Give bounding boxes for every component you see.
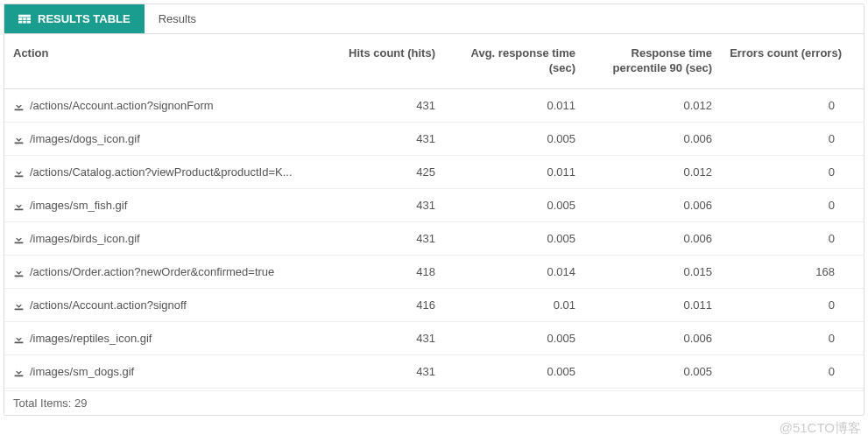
action-path: /images/sm_fish.gif [30,199,127,212]
cell-err: 168 [721,256,850,288]
download-icon[interactable] [13,299,25,311]
cell-err: 0 [721,89,850,122]
cell-hits: 431 [321,89,444,122]
table-row[interactable]: /images/sm_dogs.gif4310.0050.0050 [4,355,864,389]
cell-err: 0 [721,322,850,354]
cell-avg: 0.011 [444,89,584,122]
table-icon [18,13,31,25]
cell-action: /actions/Catalog.action?viewProduct&prod… [4,156,321,188]
cell-err: 0 [721,189,850,221]
cell-p90: 0.006 [584,189,721,221]
cell-p90: 0.015 [584,256,721,288]
cell-err: 0 [721,355,850,388]
table-row[interactable]: /images/sm_fish.gif4310.0050.0060 [4,189,864,222]
download-icon[interactable] [13,266,25,277]
results-table: Action Hits count (hits) Avg. response t… [4,34,864,415]
cell-p90: 0.012 [584,156,721,188]
cell-p90: 0.005 [584,355,721,388]
action-path: /actions/Catalog.action?viewProduct&prod… [30,165,293,179]
action-path: /actions/Order.action?newOrder&confirmed… [30,265,274,278]
action-path: /images/birds_icon.gif [30,232,140,245]
cell-err: 0 [721,156,850,188]
table-row[interactable]: /actions/Account.action?signoff4160.010.… [4,289,864,322]
total-items-label: Total Items: 29 [13,396,88,410]
cell-err: 0 [721,123,850,155]
cell-hits: 431 [321,123,444,155]
download-icon[interactable] [13,133,25,144]
cell-avg: 0.01 [444,289,584,321]
action-path: /actions/Account.action?signonForm [30,99,214,112]
table-row[interactable]: /actions/Catalog.action?viewProduct&prod… [4,156,864,189]
cell-err: 0 [721,289,850,321]
action-path: /images/dogs_icon.gif [30,132,140,145]
download-icon[interactable] [13,166,25,178]
cell-action: /images/sm_dogs.gif [4,355,321,388]
col-header-errors[interactable]: Errors count (errors) [721,34,850,88]
col-header-p90[interactable]: Response time percentile 90 (sec) [584,34,721,88]
cell-p90: 0.006 [584,322,721,354]
cell-action: /images/reptiles_icon.gif [4,322,321,354]
cell-avg: 0.005 [444,123,584,155]
cell-avg: 0.005 [444,322,584,354]
cell-avg: 0.005 [444,355,584,388]
col-header-hits[interactable]: Hits count (hits) [321,34,444,88]
table-header: Action Hits count (hits) Avg. response t… [4,34,864,89]
table-row[interactable]: /images/reptiles_icon.gif4310.0050.0060 [4,322,864,355]
download-icon[interactable] [13,366,25,377]
table-row[interactable]: /images/dogs_icon.gif4310.0050.0060 [4,123,864,156]
action-path: /images/sm_dogs.gif [30,365,134,378]
cell-p90: 0.011 [584,289,721,321]
tab-label: RESULTS TABLE [38,12,131,25]
action-path: /actions/Account.action?signoff [30,298,187,312]
download-icon[interactable] [13,233,25,244]
tab-bar: RESULTS TABLE Results [4,4,864,34]
cell-hits: 431 [321,222,444,255]
cell-action: /images/dogs_icon.gif [4,123,321,155]
cell-avg: 0.011 [444,156,584,188]
table-row[interactable]: /actions/Account.action?signonForm4310.0… [4,89,864,123]
cell-hits: 431 [321,189,444,221]
tab-results-table[interactable]: RESULTS TABLE [4,4,145,33]
table-footer: Total Items: 29 [4,390,864,415]
cell-avg: 0.014 [444,256,584,288]
cell-action: /actions/Account.action?signoff [4,289,321,321]
cell-avg: 0.005 [444,189,584,221]
download-icon[interactable] [13,100,25,111]
cell-action: /actions/Order.action?newOrder&confirmed… [4,256,321,288]
col-header-avg-response[interactable]: Avg. response time (sec) [444,34,584,88]
cell-hits: 418 [321,256,444,288]
cell-hits: 431 [321,355,444,388]
cell-p90: 0.012 [584,89,721,122]
table-body-scroll[interactable]: /actions/Account.action?signonForm4310.0… [4,89,864,390]
download-icon[interactable] [13,200,25,211]
cell-err: 0 [721,222,850,255]
table-row[interactable]: /actions/Order.action?newOrder&confirmed… [4,256,864,289]
results-panel: RESULTS TABLE Results Action Hits count … [4,4,864,416]
cell-avg: 0.005 [444,222,584,255]
table-row[interactable]: /images/birds_icon.gif4310.0050.0060 [4,222,864,256]
cell-action: /images/sm_fish.gif [4,189,321,221]
cell-p90: 0.006 [584,123,721,155]
cell-hits: 431 [321,322,444,354]
cell-action: /images/birds_icon.gif [4,222,321,255]
cell-hits: 416 [321,289,444,321]
col-header-action[interactable]: Action [4,34,321,88]
cell-p90: 0.006 [584,222,721,255]
tab-label: Results [159,12,196,25]
action-path: /images/reptiles_icon.gif [30,332,152,345]
download-icon[interactable] [13,333,25,344]
cell-action: /actions/Account.action?signonForm [4,89,321,122]
cell-hits: 425 [321,156,444,188]
tab-results[interactable]: Results [145,4,210,33]
